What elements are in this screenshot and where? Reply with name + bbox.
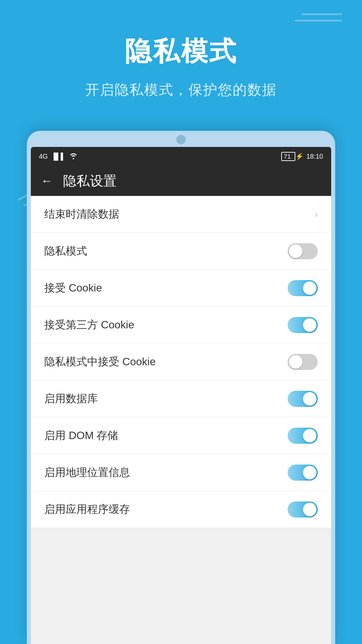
toggle-knob	[303, 503, 316, 516]
wifi-icon	[69, 152, 78, 161]
settings-item-enable-geolocation: 启用地理位置信息	[31, 454, 331, 491]
status-right: 71 ⚡ 18:10	[281, 152, 323, 160]
signal-icon: ▐▌▌	[51, 153, 66, 160]
toggle-private-mode-cookie[interactable]	[288, 354, 318, 370]
settings-item-enable-app-cache: 启用应用程序缓存	[31, 491, 331, 528]
settings-item-private-mode: 隐私模式	[31, 233, 331, 270]
toggle-knob	[303, 318, 316, 332]
item-label-enable-dom-storage: 启用 DOM 存储	[44, 428, 118, 443]
time-display: 18:10	[306, 153, 323, 160]
item-label-private-mode-cookie: 隐私模式中接受 Cookie	[44, 355, 156, 369]
settings-item-private-mode-cookie: 隐私模式中接受 Cookie	[31, 343, 331, 380]
nav-title: 隐私设置	[63, 172, 117, 190]
toggle-knob	[289, 245, 302, 258]
battery-indicator: 71 ⚡	[281, 152, 304, 160]
toggle-enable-geolocation[interactable]	[288, 465, 318, 481]
item-label-accept-third-party-cookie: 接受第三方 Cookie	[44, 318, 134, 332]
settings-list: 结束时清除数据 › 隐私模式 接受 Cookie 接受第三方 Cookie	[31, 196, 331, 528]
toggle-knob	[289, 355, 302, 369]
status-left: 4G ▐▌▌	[39, 152, 78, 161]
chevron-right-icon: ›	[315, 209, 318, 220]
settings-item-accept-third-party-cookie: 接受第三方 Cookie	[31, 307, 331, 343]
status-bar: 4G ▐▌▌ 71 ⚡ 18:10	[31, 147, 331, 166]
back-button[interactable]: ←	[41, 174, 53, 188]
toggle-knob	[303, 429, 316, 442]
toggle-knob	[303, 281, 316, 295]
item-label-clear-on-exit: 结束时清除数据	[44, 207, 119, 222]
toggle-enable-database[interactable]	[288, 391, 318, 407]
item-label-accept-cookie: 接受 Cookie	[44, 281, 102, 296]
decorative-lines-right	[295, 13, 342, 26]
toggle-private-mode[interactable]	[288, 243, 318, 259]
toggle-enable-dom-storage[interactable]	[288, 428, 318, 444]
phone-screen: 4G ▐▌▌ 71 ⚡ 18:10 ←	[31, 147, 331, 644]
toggle-knob	[303, 466, 316, 479]
item-label-enable-database: 启用数据库	[44, 391, 98, 406]
toggle-knob	[303, 392, 316, 406]
nav-bar: ← 隐私设置	[31, 166, 331, 196]
item-label-enable-geolocation: 启用地理位置信息	[44, 465, 130, 480]
phone-camera	[176, 135, 186, 144]
page-subtitle: 开启隐私模式，保护您的数据	[0, 80, 362, 99]
settings-item-enable-dom-storage: 启用 DOM 存储	[31, 417, 331, 454]
settings-item-clear-on-exit[interactable]: 结束时清除数据 ›	[31, 196, 331, 233]
page-title: 隐私模式	[0, 34, 362, 70]
toggle-enable-app-cache[interactable]	[288, 501, 318, 518]
settings-item-enable-database: 启用数据库	[31, 380, 331, 417]
item-label-enable-app-cache: 启用应用程序缓存	[44, 502, 130, 517]
toggle-accept-cookie[interactable]	[288, 280, 318, 296]
settings-item-accept-cookie: 接受 Cookie	[31, 270, 331, 307]
network-indicator: 4G	[39, 153, 48, 160]
item-label-private-mode: 隐私模式	[44, 244, 87, 259]
phone-frame: 4G ▐▌▌ 71 ⚡ 18:10 ←	[27, 131, 335, 644]
toggle-accept-third-party-cookie[interactable]	[288, 317, 318, 333]
